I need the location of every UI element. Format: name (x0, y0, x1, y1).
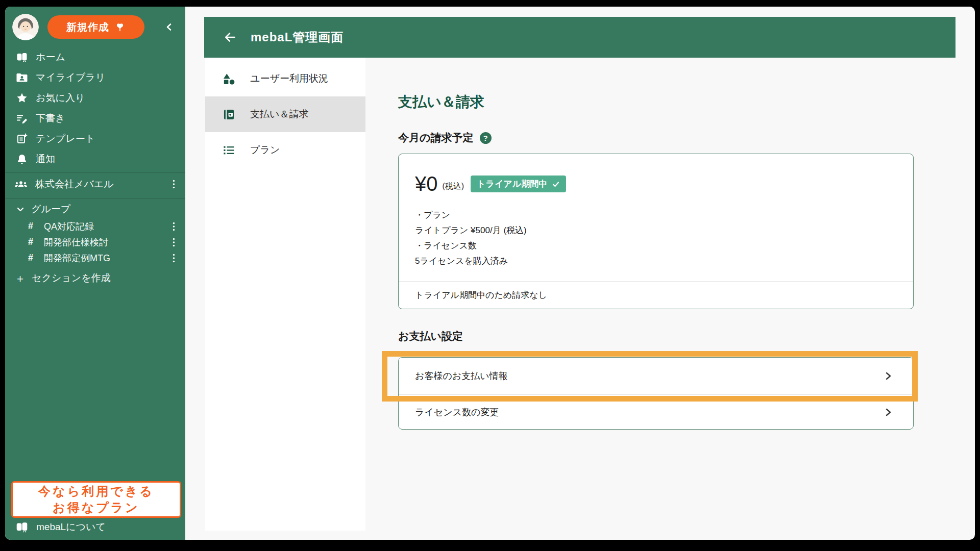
nav-item-payment-billing[interactable]: 支払い＆請求 (205, 96, 365, 132)
payment-info-label: お客様のお支払い情報 (415, 370, 508, 382)
sidebar-item-about[interactable]: mebaLについて (15, 519, 106, 535)
sidebar-item-label: お気に入り (36, 91, 85, 105)
sidebar-item-organization[interactable]: 株式会社メバエル (5, 173, 185, 195)
avatar-illustration (12, 14, 39, 40)
billing-amount-row: ¥0 (税込) トライアル期間中 (415, 172, 897, 195)
promo-banner[interactable]: 今なら利用できる お得なプラン (11, 481, 181, 518)
sidebar-group-item-qa[interactable]: # QA対応記録 (5, 218, 185, 234)
sidebar-item-label: 下書き (36, 112, 65, 125)
sidebar-top: 新規作成 (5, 7, 185, 40)
payment-info-row[interactable]: お客様のお支払い情報 (399, 358, 913, 394)
billing-footer-note: トライアル期間中のため請求なし (399, 281, 913, 309)
sidebar-item-label: テンプレート (36, 132, 95, 145)
about-label: mebaLについて (36, 520, 106, 534)
list-icon (222, 143, 236, 157)
billing-heading-label: 今月の請求予定 (398, 131, 474, 145)
license-change-row[interactable]: ライセンス数の変更 (399, 394, 913, 429)
nav-item-label: 支払い＆請求 (250, 108, 308, 121)
organization-label: 株式会社メバエル (35, 178, 114, 191)
sidebar-group-item-spec[interactable]: # 開発部仕様検討 (5, 234, 185, 250)
app-window: 新規作成 (5, 7, 975, 540)
sidebar-group-header[interactable]: グループ (5, 200, 185, 218)
sidebar-group-item-mtg[interactable]: # 開発部定例MTG (5, 250, 185, 266)
create-section-button[interactable]: ＋ セクションを作成 (5, 269, 185, 287)
group-item-label: 開発部定例MTG (44, 252, 110, 264)
back-button[interactable] (223, 30, 237, 44)
promo-line1: 今なら利用できる (38, 483, 154, 499)
wallet-icon (222, 108, 236, 121)
trial-status-badge: トライアル期間中 (471, 176, 566, 192)
trial-badge-label: トライアル期間中 (477, 178, 547, 190)
sidebar-item-label: ホーム (36, 51, 65, 64)
sidebar-item-home[interactable]: ホーム (5, 47, 185, 67)
arrow-left-icon (224, 31, 237, 44)
avatar[interactable] (12, 14, 39, 40)
create-section-label: セクションを作成 (32, 271, 111, 285)
page-title: 支払い＆請求 (398, 92, 914, 112)
group-item-label: QA対応記録 (44, 220, 94, 233)
sidebar-item-favorites[interactable]: お気に入り (5, 88, 185, 108)
sidebar-menu: ホーム マイライブラリ お気に入り (5, 47, 185, 169)
divider (5, 198, 185, 199)
admin-body: ユーザー利用状況 支払い＆請求 (185, 58, 975, 531)
check-icon (552, 180, 560, 188)
group-header-label: グループ (31, 203, 70, 216)
billing-detail-line: ライトプラン ¥500/月 (税込) (415, 223, 897, 238)
content-area: 支払い＆請求 今月の請求予定 ? ¥0 (税込) トライアル期間中 (398, 58, 914, 430)
draft-pencil-icon (15, 112, 28, 125)
billing-amount: ¥0 (415, 172, 438, 195)
sidebar-item-notifications[interactable]: 通知 (5, 149, 185, 169)
sidebar-item-my-library[interactable]: マイライブラリ (5, 67, 185, 88)
help-icon[interactable]: ? (480, 132, 492, 144)
license-change-label: ライセンス数の変更 (415, 406, 499, 418)
payment-settings-heading: お支払い設定 (398, 329, 914, 344)
kebab-menu-icon[interactable] (168, 237, 179, 248)
billing-detail-line: ・プラン (415, 208, 897, 223)
kebab-menu-icon[interactable] (168, 221, 179, 232)
book-icon (15, 51, 28, 64)
shapes-icon (222, 72, 236, 86)
sidebar-collapse-button[interactable] (162, 19, 177, 35)
hash-icon: # (28, 237, 37, 247)
billing-detail-line: 5ライセンスを購入済み (415, 254, 897, 269)
billing-tax-note: (税込) (443, 181, 464, 192)
hash-icon: # (28, 221, 37, 232)
admin-header-title: mebaL管理画面 (251, 29, 344, 45)
sidebar: 新規作成 (5, 7, 185, 540)
people-icon (13, 178, 29, 190)
promo-line2: お得なプラン (53, 499, 140, 516)
nav-item-label: ユーザー利用状況 (250, 72, 328, 85)
hash-icon: # (28, 253, 37, 263)
nav-item-label: プラン (250, 143, 280, 157)
create-new-button[interactable]: 新規作成 (47, 15, 144, 39)
admin-panel: mebaL管理画面 ユーザー利用状況 (185, 7, 975, 540)
billing-details: ・プラン ライトプラン ¥500/月 (税込) ・ライセンス数 5ライセンスを購… (415, 208, 897, 269)
chevron-left-icon (165, 22, 174, 32)
create-new-label: 新規作成 (66, 20, 109, 34)
billing-detail-line: ・ライセンス数 (415, 238, 897, 254)
mebal-logo-icon (15, 520, 29, 534)
admin-nav: ユーザー利用状況 支払い＆請求 (205, 58, 365, 531)
nav-item-plan[interactable]: プラン (205, 132, 365, 168)
nav-item-user-usage[interactable]: ユーザー利用状況 (205, 61, 365, 96)
chevron-down-icon (16, 205, 24, 213)
sidebar-item-label: 通知 (36, 153, 55, 166)
kebab-menu-icon[interactable] (168, 253, 179, 264)
sidebar-item-drafts[interactable]: 下書き (5, 108, 185, 129)
sprout-icon (114, 21, 126, 33)
plus-icon: ＋ (15, 273, 26, 284)
admin-header: mebaL管理画面 (204, 17, 955, 58)
sidebar-item-templates[interactable]: テンプレート (5, 129, 185, 149)
kebab-menu-icon[interactable] (168, 179, 179, 190)
chevron-right-icon (885, 408, 892, 417)
library-folder-icon (15, 71, 28, 84)
payment-settings-card: お客様のお支払い情報 ライセンス数の変更 (398, 357, 914, 430)
billing-card: ¥0 (税込) トライアル期間中 ・プラン ライトプラン ¥500 (398, 154, 914, 309)
template-plus-icon (15, 133, 28, 145)
bell-icon (15, 153, 28, 166)
sidebar-item-label: マイライブラリ (36, 71, 105, 84)
billing-card-body: ¥0 (税込) トライアル期間中 ・プラン ライトプラン ¥500 (399, 154, 913, 281)
chevron-right-icon (885, 371, 892, 381)
group-item-label: 開発部仕様検討 (44, 236, 108, 248)
star-icon (15, 92, 28, 105)
